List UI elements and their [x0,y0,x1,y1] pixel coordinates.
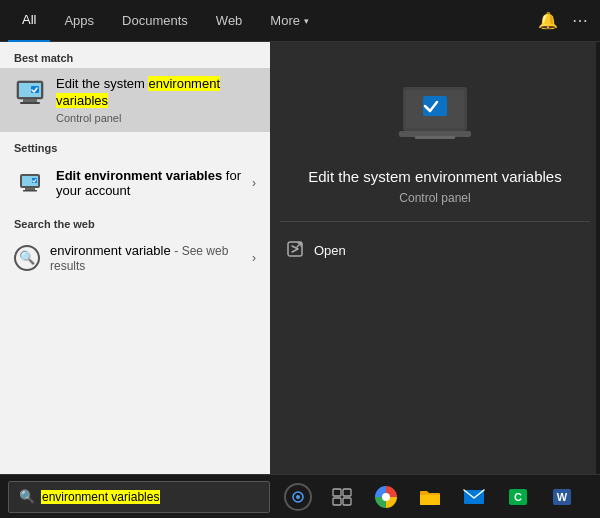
word-button[interactable]: W [542,478,582,516]
tab-all-label: All [22,12,36,27]
taskbar-search-bar[interactable]: 🔍 environment variables [8,481,270,513]
main-area: Best match Edit the system environment v… [0,42,600,474]
word-icon: W [551,488,573,506]
settings-bold-text: Edit environment variables [56,168,222,183]
taskbar: 🔍 environment variables [0,474,600,518]
web-chevron-icon: › [252,251,256,265]
tab-documents-label: Documents [122,13,188,28]
tab-all[interactable]: All [8,0,50,42]
svg-rect-8 [23,190,37,192]
svg-rect-25 [343,498,351,505]
tab-documents[interactable]: Documents [108,0,202,42]
settings-item-text: Edit environment variables for your acco… [56,168,252,198]
chrome-icon [375,486,397,508]
cortana-button[interactable] [278,478,318,516]
chrome-button[interactable] [366,478,406,516]
task-view-icon [332,488,352,506]
best-match-text: Edit the system environment variables Co… [56,76,256,124]
web-search-icon: 🔍 [14,245,40,271]
open-action-icon [286,240,304,261]
svg-rect-2 [23,99,37,102]
tab-more-label: More [270,13,300,28]
more-options-icon[interactable]: ⋯ [572,11,588,30]
right-panel-subtitle: Control panel [399,191,470,205]
settings-item-icon [14,167,46,199]
taskbar-search-text: environment variables [41,490,259,504]
right-panel-divider [280,221,590,222]
taskbar-search-icon: 🔍 [19,489,35,504]
best-match-title: Edit the system environment variables [56,76,256,110]
mail-icon [463,488,485,506]
svg-text:W: W [557,491,568,503]
web-search-item[interactable]: 🔍 environment variable - See web results… [0,234,270,282]
more-dropdown-arrow: ▾ [304,16,309,26]
web-search-header: Search the web [0,208,270,234]
web-item-text: environment variable - See web results [50,243,252,273]
file-explorer-icon [419,488,441,506]
svg-rect-15 [415,136,455,139]
svg-rect-23 [343,489,351,496]
tab-apps[interactable]: Apps [50,0,108,42]
best-match-subtitle: Control panel [56,112,256,124]
right-panel: Edit the system environment variables Co… [270,42,600,474]
open-action-label: Open [314,243,346,258]
best-match-icon [14,76,46,108]
cortana-icon [284,483,312,511]
settings-item[interactable]: Edit environment variables for your acco… [0,158,270,208]
mail-button[interactable] [454,478,494,516]
notification-icon[interactable]: 🔔 [538,11,558,30]
open-action-item[interactable]: Open [270,234,600,267]
task-view-button[interactable] [322,478,362,516]
right-panel-title: Edit the system environment variables [288,168,581,185]
tab-web-label: Web [216,13,243,28]
tab-web[interactable]: Web [202,0,257,42]
taskbar-icons: C W [278,478,582,516]
cuteftp-button[interactable]: C [498,478,538,516]
settings-chevron-icon: › [252,176,256,190]
best-match-item[interactable]: Edit the system environment variables Co… [0,68,270,132]
right-panel-app-icon [395,82,475,152]
best-match-header: Best match [0,42,270,68]
svg-rect-3 [20,102,40,104]
tab-apps-label: Apps [64,13,94,28]
svg-point-21 [296,495,300,499]
top-nav: All Apps Documents Web More ▾ 🔔 ⋯ [0,0,600,42]
nav-icons: 🔔 ⋯ [538,11,592,30]
svg-rect-7 [25,188,35,190]
file-explorer-button[interactable] [410,478,450,516]
svg-rect-24 [333,498,341,505]
cuteftp-icon: C [507,488,529,506]
title-part1: Edit the system [56,76,148,91]
search-highlight: environment variables [41,490,160,504]
svg-text:C: C [514,491,522,503]
tab-more[interactable]: More ▾ [256,0,323,42]
svg-rect-22 [333,489,341,496]
right-edge-bar [596,42,600,474]
settings-header: Settings [0,132,270,158]
web-query-text: environment variable [50,243,171,258]
left-panel: Best match Edit the system environment v… [0,42,270,474]
